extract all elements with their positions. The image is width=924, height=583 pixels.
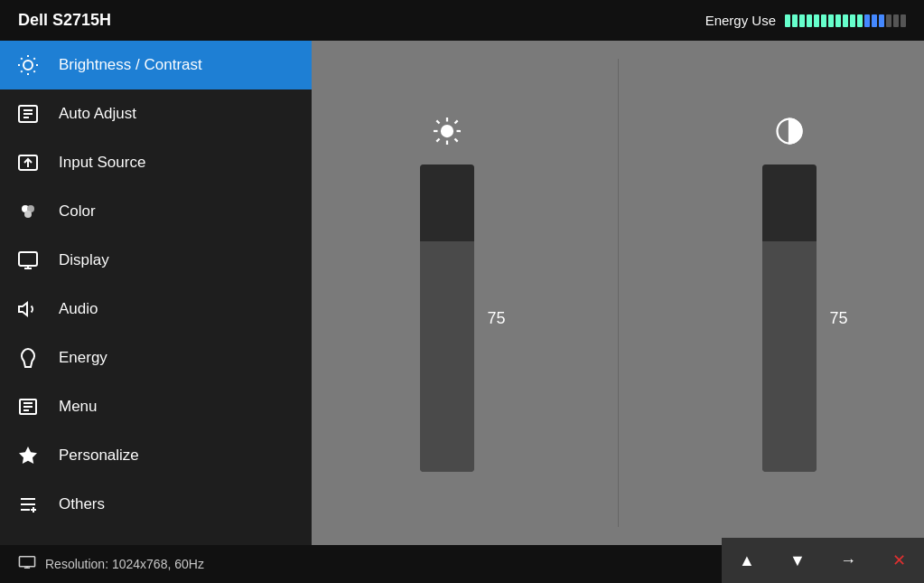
svg-line-4 xyxy=(33,71,34,71)
svg-line-8 xyxy=(33,58,34,59)
sidebar-item-input-source[interactable]: Input Source xyxy=(0,138,312,187)
sidebar-item-audio[interactable]: Audio xyxy=(0,285,312,334)
svg-line-39 xyxy=(436,138,439,141)
panel-divider xyxy=(618,59,619,527)
resolution-info: Resolution: 1024x768, 60Hz xyxy=(18,556,204,572)
sidebar-item-display[interactable]: Display xyxy=(0,236,312,285)
energy-segment-green xyxy=(828,14,834,27)
contrast-track xyxy=(762,165,817,472)
display-icon xyxy=(14,246,42,275)
sidebar-item-auto-adjust[interactable]: Auto Adjust xyxy=(0,89,312,138)
brightness-value: 75 xyxy=(487,308,505,327)
input-source-icon xyxy=(14,148,42,177)
nav-close-button[interactable]: ✕ xyxy=(873,538,924,583)
sidebar-label-auto-adjust: Auto Adjust xyxy=(59,105,136,123)
auto-adjust-icon xyxy=(14,99,42,128)
resolution-text: Resolution: 1024x768, 60Hz xyxy=(45,557,204,571)
nav-right-button[interactable]: → xyxy=(823,538,873,583)
svg-point-0 xyxy=(23,61,33,70)
personalize-icon xyxy=(14,441,42,470)
sidebar: Brightness / Contrast Auto Adjust xyxy=(0,41,312,545)
svg-line-7 xyxy=(21,71,22,71)
energy-label: Energy Use xyxy=(705,13,776,28)
energy-icon xyxy=(14,343,42,372)
sidebar-label-brightness-contrast: Brightness / Contrast xyxy=(59,56,202,74)
energy-segment-blue xyxy=(879,14,884,27)
sidebar-label-menu: Menu xyxy=(59,398,98,416)
right-panel: 75 75 xyxy=(312,41,924,545)
svg-line-3 xyxy=(21,58,22,59)
energy-segment-green xyxy=(792,14,798,27)
energy-segment-green xyxy=(850,14,855,27)
sidebar-item-personalize[interactable]: Personalize xyxy=(0,431,312,480)
brightness-contrast-icon xyxy=(14,51,42,80)
svg-point-32 xyxy=(442,126,453,136)
audio-icon xyxy=(14,295,42,324)
svg-point-17 xyxy=(24,211,32,218)
svg-line-35 xyxy=(436,120,439,123)
energy-segment-dark xyxy=(893,14,899,27)
energy-segment-green xyxy=(821,14,826,27)
brightness-icon xyxy=(431,115,463,154)
sidebar-label-audio: Audio xyxy=(59,300,98,318)
monitor-frame: Dell S2715H Energy Use xyxy=(0,0,924,583)
svg-marker-21 xyxy=(19,303,27,315)
menu-icon xyxy=(14,392,42,421)
brightness-slider[interactable]: 75 xyxy=(420,165,474,472)
sidebar-label-personalize: Personalize xyxy=(59,447,139,465)
svg-marker-26 xyxy=(19,447,37,464)
sidebar-label-color: Color xyxy=(59,202,96,221)
brightness-track xyxy=(420,165,474,472)
top-bar: Dell S2715H Energy Use xyxy=(0,0,924,41)
energy-segment-blue xyxy=(872,14,877,27)
energy-use-container: Energy Use xyxy=(705,13,906,28)
svg-line-40 xyxy=(454,120,457,123)
contrast-slider[interactable]: 75 xyxy=(762,165,817,472)
svg-rect-42 xyxy=(19,557,34,567)
energy-segment-green xyxy=(843,14,848,27)
sidebar-item-menu[interactable]: Menu xyxy=(0,382,312,431)
sidebar-item-brightness-contrast[interactable]: Brightness / Contrast xyxy=(0,41,312,89)
main-content: Brightness / Contrast Auto Adjust xyxy=(0,41,924,545)
sidebar-item-energy[interactable]: Energy xyxy=(0,334,312,382)
sidebar-item-others[interactable]: Others xyxy=(0,480,312,529)
brightness-slider-container: 75 xyxy=(420,115,474,472)
energy-segment-green xyxy=(799,14,805,27)
contrast-icon xyxy=(773,115,806,154)
others-icon xyxy=(14,490,42,519)
sidebar-label-display: Display xyxy=(59,251,109,269)
energy-segment-green xyxy=(814,14,819,27)
sidebar-item-color[interactable]: Color xyxy=(0,187,312,236)
monitor-title: Dell S2715H xyxy=(18,11,111,30)
nav-up-button[interactable]: ▲ xyxy=(722,538,772,583)
svg-rect-18 xyxy=(19,252,37,266)
energy-segment-blue xyxy=(864,14,870,27)
energy-segment-green xyxy=(835,14,841,27)
energy-bar xyxy=(785,14,906,27)
color-icon xyxy=(14,197,42,226)
energy-segment-green xyxy=(785,14,790,27)
sidebar-label-others: Others xyxy=(59,495,105,513)
energy-segment-dark xyxy=(901,14,906,27)
nav-down-button[interactable]: ▼ xyxy=(772,538,823,583)
energy-segment-dark xyxy=(886,14,891,27)
energy-segment-green xyxy=(857,14,863,27)
sidebar-label-energy: Energy xyxy=(59,349,107,367)
svg-line-36 xyxy=(454,138,457,141)
nav-buttons: ▲ ▼ → ✕ xyxy=(722,538,924,583)
resolution-icon xyxy=(18,556,36,572)
energy-segment-green xyxy=(807,14,812,27)
contrast-slider-container: 75 xyxy=(762,115,817,472)
sidebar-label-input-source: Input Source xyxy=(59,154,145,172)
contrast-value: 75 xyxy=(829,308,847,327)
